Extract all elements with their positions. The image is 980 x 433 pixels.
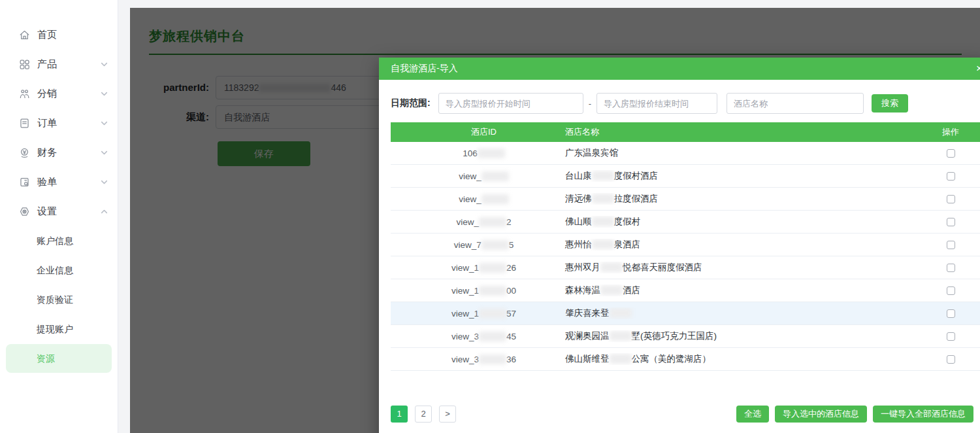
close-icon[interactable]: × — [976, 58, 980, 80]
hotel-id-suffix: 5 — [509, 240, 514, 250]
sidebar: 首页产品分销订单财务验单设置 账户信息企业信息资质验证提现账户资源 — [0, 0, 118, 433]
hotel-id-prefix: view_1 — [451, 263, 479, 273]
row-checkbox[interactable] — [947, 149, 955, 158]
search-button[interactable]: 搜索 — [872, 94, 908, 113]
sidebar-item-label: 首页 — [37, 29, 108, 41]
chevron-up-icon — [100, 207, 108, 216]
hotel-id-prefix: view_3 — [451, 355, 479, 364]
import-hotels-modal: 自我游酒店-导入 × 日期范围: - 搜索 酒店ID 酒店名称 操作 106广东… — [379, 58, 980, 433]
page-button-1[interactable]: 1 — [391, 406, 408, 423]
table-row[interactable]: view_345观澜奥园温墅(英德巧克力王国店) — [391, 325, 980, 348]
redaction-blur — [592, 217, 614, 226]
row-checkbox[interactable] — [947, 195, 955, 203]
hotel-name-prefix: 佛山顺 — [565, 217, 592, 226]
page-button-2[interactable]: 2 — [415, 406, 432, 423]
sidebar-item-label: 产品 — [37, 58, 100, 71]
sidebar-subitem-3[interactable]: 资质验证 — [0, 285, 118, 315]
column-header-hotel-id: 酒店ID — [391, 126, 531, 138]
hotel-action-cell — [915, 170, 980, 182]
modal-title: 自我游酒店-导入 — [391, 63, 458, 75]
sidebar-item-7[interactable]: 设置 — [0, 197, 118, 226]
table-header: 酒店ID 酒店名称 操作 — [391, 122, 980, 142]
table-row[interactable]: view_100森林海温酒店 — [391, 279, 980, 302]
redaction-blur — [610, 354, 632, 364]
sidebar-item-1[interactable]: 首页 — [0, 20, 118, 50]
settings-icon — [18, 205, 31, 218]
row-checkbox[interactable] — [947, 309, 955, 318]
table-row[interactable]: view_台山康度假村酒店 — [391, 165, 980, 188]
row-checkbox[interactable] — [947, 241, 955, 249]
table-row[interactable]: view_157肇庆喜来登 — [391, 302, 980, 325]
select-all-button[interactable]: 全选 — [736, 406, 769, 423]
hotel-action-cell — [915, 262, 980, 273]
hotel-name-suffix: 度假村酒店 — [614, 171, 659, 181]
row-checkbox[interactable] — [947, 332, 955, 341]
table-row[interactable]: view_126惠州双月悦都喜天丽度假酒店 — [391, 256, 980, 279]
hotel-action-cell — [915, 285, 980, 296]
sidebar-item-2[interactable]: 产品 — [0, 50, 118, 79]
hotel-action-cell — [915, 147, 980, 159]
hotel-name-input[interactable] — [727, 93, 864, 114]
next-page-button[interactable]: > — [439, 406, 456, 423]
row-checkbox[interactable] — [947, 355, 955, 364]
sidebar-subitem-4[interactable]: 提现账户 — [0, 315, 118, 344]
hotel-id-prefix: view_1 — [451, 286, 479, 296]
redaction-blur — [600, 285, 623, 295]
sidebar-subitem-1[interactable]: 账户信息 — [0, 226, 118, 256]
distribution-icon — [18, 88, 31, 100]
sidebar-item-6[interactable]: 验单 — [0, 167, 118, 197]
import-all-button[interactable]: 一键导入全部酒店信息 — [873, 406, 973, 423]
hotel-name-cell: 惠州双月悦都喜天丽度假酒店 — [531, 262, 915, 273]
table-row[interactable]: view_2佛山顺度假村 — [391, 211, 980, 234]
hotel-name-suffix: 悦都喜天丽度假酒店 — [623, 262, 702, 272]
column-header-action: 操作 — [915, 126, 980, 138]
chevron-down-icon — [100, 148, 108, 157]
redaction-blur — [479, 263, 506, 273]
row-checkbox[interactable] — [947, 172, 955, 181]
row-checkbox[interactable] — [947, 286, 955, 295]
table-row[interactable]: 106广东温泉宾馆 — [391, 142, 980, 165]
redaction-blur — [610, 308, 632, 318]
table-row[interactable]: view_75惠州怡泉酒店 — [391, 234, 980, 256]
redaction-blur — [600, 262, 623, 272]
redaction-blur — [479, 286, 506, 296]
sidebar-item-5[interactable]: 财务 — [0, 138, 118, 167]
sidebar-item-label: 订单 — [37, 117, 100, 130]
hotel-id-suffix: 36 — [506, 355, 516, 364]
sidebar-item-label: 验单 — [37, 176, 100, 188]
sidebar-item-4[interactable]: 订单 — [0, 109, 118, 138]
row-checkbox[interactable] — [947, 218, 955, 226]
hotel-id-prefix: view_ — [459, 171, 482, 181]
sidebar-item-3[interactable]: 分销 — [0, 79, 118, 109]
row-checkbox[interactable] — [947, 264, 955, 272]
hotel-name-prefix: 肇庆喜来登 — [565, 308, 610, 318]
hotel-id-cell: view_2 — [391, 217, 531, 227]
sidebar-settings-submenu: 账户信息企业信息资质验证提现账户资源 — [0, 226, 118, 373]
hotel-name-cell: 观澜奥园温墅(英德巧克力王国店) — [531, 330, 915, 342]
hotel-name-prefix: 台山康 — [565, 171, 592, 181]
table-row[interactable]: view_336佛山斯维登公寓（美的鹭湖店） — [391, 348, 980, 371]
sidebar-subitem-2[interactable]: 企业信息 — [0, 256, 118, 285]
chevron-down-icon — [100, 178, 108, 186]
hotel-name-suffix: 度假村 — [614, 217, 641, 226]
sidebar-subitem-5[interactable]: 资源 — [6, 344, 112, 373]
hotel-name-cell: 广东温泉宾馆 — [531, 147, 915, 159]
import-selected-button[interactable]: 导入选中的酒店信息 — [775, 406, 867, 423]
redaction-blur — [479, 332, 506, 341]
redaction-blur — [482, 240, 509, 250]
hotel-name-cell: 肇庆喜来登 — [531, 307, 915, 319]
hotel-name-prefix: 佛山斯维登 — [565, 354, 610, 364]
sidebar-item-label: 设置 — [37, 205, 100, 218]
start-date-input[interactable] — [438, 93, 583, 114]
orders-icon — [18, 117, 31, 130]
hotel-name-suffix: 拉度假酒店 — [614, 194, 659, 203]
end-date-input[interactable] — [596, 93, 717, 114]
redaction-blur — [479, 217, 506, 227]
hotel-id-suffix: 00 — [506, 286, 516, 296]
chevron-down-icon — [100, 90, 108, 98]
filter-row: 日期范围: - 搜索 — [391, 93, 980, 114]
hotel-name-cell: 清远佛拉度假酒店 — [531, 193, 915, 205]
table-row[interactable]: view_清远佛拉度假酒店 — [391, 188, 980, 211]
products-icon — [18, 58, 31, 71]
redaction-blur — [478, 148, 505, 158]
